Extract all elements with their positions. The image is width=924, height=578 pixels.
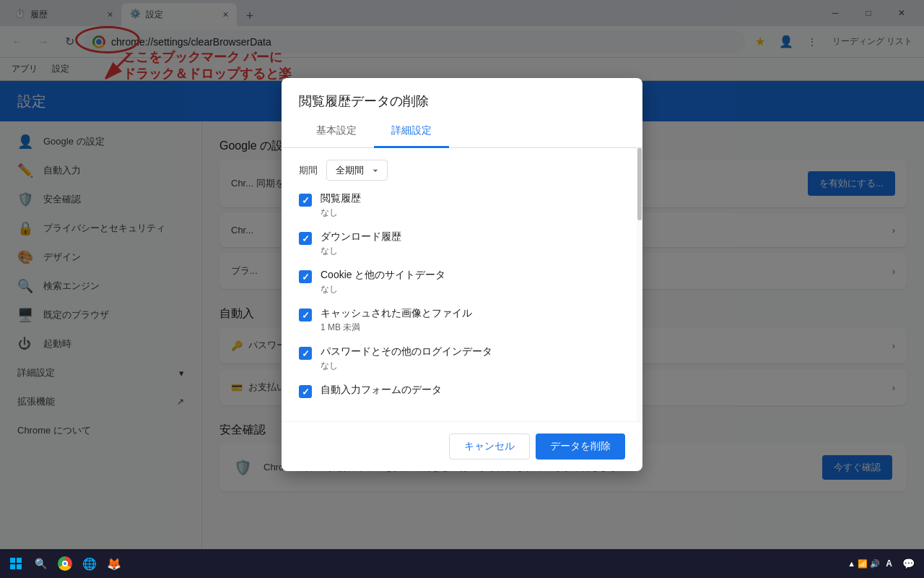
tab-advanced-settings[interactable]: 詳細設定	[374, 116, 449, 148]
checkbox-browsing-history: 閲覧履歴 なし	[299, 192, 625, 219]
svg-rect-3	[17, 564, 22, 569]
search-taskbar-icon: 🔍	[35, 558, 47, 569]
edge-taskbar-icon: 🌐	[82, 557, 97, 571]
chrome-taskbar-button[interactable]	[55, 553, 75, 574]
notification-button[interactable]: 💬	[898, 553, 918, 574]
svg-rect-0	[10, 558, 15, 563]
checkbox-cookies-sub: なし	[321, 283, 445, 296]
system-tray: ▲ 📶 🔊 A	[847, 558, 892, 569]
system-tray-icons: ▲ 📶 🔊	[847, 559, 880, 569]
checkbox-passwords-item: パスワードとその他のログインデータ なし	[321, 345, 492, 372]
checkbox-passwords: パスワードとその他のログインデータ なし	[299, 345, 625, 372]
period-row: 期間 全期間	[299, 160, 625, 181]
cancel-button[interactable]: キャンセル	[449, 434, 530, 460]
svg-rect-2	[10, 564, 15, 569]
taskbar-left: 🔍 🌐 🦊	[6, 553, 124, 574]
checkbox-cache-label: キャッシュされた画像とファイル	[321, 307, 472, 320]
checkbox-autofill: 自動入力フォームのデータ	[299, 384, 625, 398]
notification-icon: 💬	[902, 558, 915, 569]
windows-logo-icon	[10, 558, 22, 569]
period-select[interactable]: 全期間	[326, 160, 388, 181]
search-taskbar-button[interactable]: 🔍	[30, 553, 51, 574]
period-label: 期間	[299, 164, 318, 177]
keyboard-layout: A	[886, 558, 892, 569]
taskbar-right: ▲ 📶 🔊 A 💬	[847, 553, 918, 574]
checkbox-download-history-sub: なし	[321, 245, 401, 257]
checkbox-browsing-history-label: 閲覧履歴	[321, 192, 361, 205]
checkbox-cookies-label: Cookie と他のサイトデータ	[321, 269, 445, 282]
scrollbar-thumb[interactable]	[637, 148, 642, 220]
scrollbar-track	[637, 148, 642, 421]
checkbox-passwords-sub: なし	[321, 360, 492, 372]
checkbox-passwords-label: パスワードとその他のログインデータ	[321, 345, 492, 358]
start-button[interactable]	[6, 553, 26, 574]
checkbox-download-history-item: ダウンロード履歴 なし	[321, 230, 401, 257]
chrome-taskbar-icon	[58, 556, 72, 571]
firefox-taskbar-button[interactable]: 🦊	[104, 553, 124, 574]
delete-button[interactable]: データを削除	[536, 434, 625, 460]
dialog-footer: キャンセル データを削除	[282, 421, 642, 471]
checkbox-browsing-history-sub: なし	[321, 207, 361, 219]
checkbox-download-history-input[interactable]	[299, 232, 312, 245]
checkbox-browsing-history-input[interactable]	[299, 194, 312, 207]
checkbox-cache: キャッシュされた画像とファイル 1 MB 未満	[299, 307, 625, 334]
dialog-body: 期間 全期間 閲覧履歴 なし ダウンロード履歴 なし	[282, 148, 642, 421]
checkbox-download-history: ダウンロード履歴 なし	[299, 230, 625, 257]
edge-taskbar-button[interactable]: 🌐	[79, 553, 100, 574]
svg-rect-1	[17, 558, 22, 563]
checkbox-autofill-input[interactable]	[299, 385, 312, 398]
checkbox-browsing-history-item: 閲覧履歴 なし	[321, 192, 361, 219]
checkbox-autofill-label: 自動入力フォームのデータ	[321, 384, 442, 397]
firefox-taskbar-icon: 🦊	[107, 557, 121, 571]
checkbox-cache-sub: 1 MB 未満	[321, 322, 472, 334]
checkbox-cookies-item: Cookie と他のサイトデータ なし	[321, 269, 445, 296]
checkbox-cookies: Cookie と他のサイトデータ なし	[299, 269, 625, 296]
dialog-title: 閲覧履歴データの削除	[282, 78, 642, 116]
tab-basic-settings[interactable]: 基本設定	[299, 116, 374, 148]
checkbox-cache-input[interactable]	[299, 309, 312, 322]
checkbox-cookies-input[interactable]	[299, 270, 312, 283]
checkbox-cache-item: キャッシュされた画像とファイル 1 MB 未満	[321, 307, 472, 334]
checkbox-passwords-input[interactable]	[299, 347, 312, 360]
taskbar: 🔍 🌐 🦊 ▲ 📶 🔊 A 💬	[0, 549, 924, 578]
checkbox-autofill-item: 自動入力フォームのデータ	[321, 384, 442, 398]
clear-data-dialog: 閲覧履歴データの削除 基本設定 詳細設定 期間 全期間 閲覧履歴 なし	[282, 78, 642, 471]
modal-overlay: 閲覧履歴データの削除 基本設定 詳細設定 期間 全期間 閲覧履歴 なし	[0, 0, 924, 549]
dialog-tabs: 基本設定 詳細設定	[282, 116, 642, 148]
checkbox-download-history-label: ダウンロード履歴	[321, 230, 401, 243]
